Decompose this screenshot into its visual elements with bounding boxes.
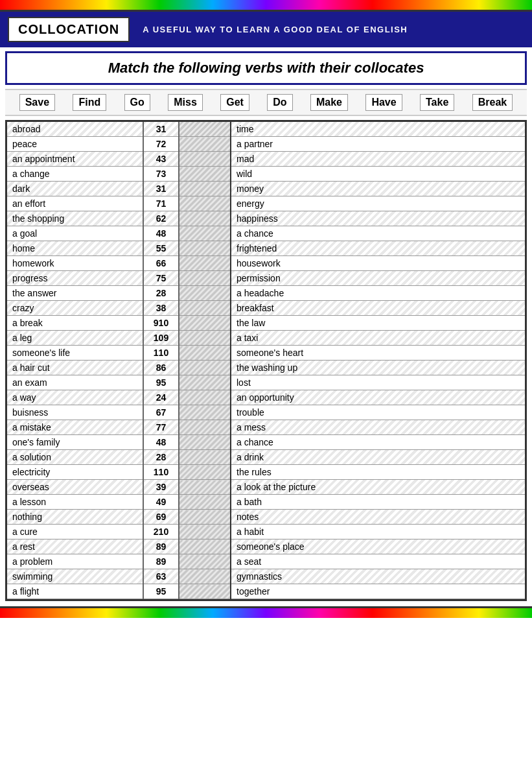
cell-left: home bbox=[7, 241, 143, 256]
cell-left: a goal bbox=[7, 226, 143, 241]
table-row: peace72a partner bbox=[7, 137, 525, 152]
cell-left: a flight bbox=[7, 584, 143, 599]
table-row: a problem89a seat bbox=[7, 554, 525, 569]
table-row: a break910the law bbox=[7, 316, 525, 331]
cell-right: a look at the picture bbox=[231, 480, 525, 495]
cell-number: 210 bbox=[143, 525, 179, 539]
cell-blank bbox=[179, 390, 231, 405]
table-row: buisness67trouble bbox=[7, 405, 525, 420]
instruction-bar: Match the following verbs with their col… bbox=[5, 51, 527, 85]
rainbow-bottom-border bbox=[0, 606, 532, 618]
collocation-title: COLLOCATION bbox=[8, 17, 130, 42]
cell-left: one's family bbox=[7, 435, 143, 450]
cell-blank bbox=[179, 450, 231, 465]
cell-right: energy bbox=[231, 196, 525, 211]
cell-blank bbox=[179, 346, 231, 361]
cell-blank bbox=[179, 301, 231, 316]
cell-left: a leg bbox=[7, 331, 143, 346]
cell-number: 28 bbox=[143, 286, 179, 301]
matching-table: abroad31timepeace72a partneran appointme… bbox=[7, 122, 525, 599]
table-row: homework66housework bbox=[7, 256, 525, 271]
cell-right: time bbox=[231, 122, 525, 137]
verbs-bar: SaveFindGoMissGetDoMakeHaveTakeBreak bbox=[5, 89, 527, 116]
cell-left: an effort bbox=[7, 196, 143, 211]
table-row: electricity110the rules bbox=[7, 465, 525, 480]
cell-number: 95 bbox=[143, 584, 179, 599]
cell-number: 109 bbox=[143, 331, 179, 346]
cell-right: a habit bbox=[231, 525, 525, 539]
table-row: an appointment43mad bbox=[7, 152, 525, 167]
cell-left: a problem bbox=[7, 554, 143, 569]
verb-item: Miss bbox=[168, 94, 203, 111]
cell-right: trouble bbox=[231, 405, 525, 420]
table-row: an exam95lost bbox=[7, 375, 525, 390]
cell-number: 49 bbox=[143, 495, 179, 510]
table-row: a change73wild bbox=[7, 167, 525, 182]
cell-left: a change bbox=[7, 167, 143, 182]
table-row: a flight95together bbox=[7, 584, 525, 599]
cell-blank bbox=[179, 554, 231, 569]
cell-left: a hair cut bbox=[7, 361, 143, 375]
cell-blank bbox=[179, 465, 231, 480]
cell-number: 38 bbox=[143, 301, 179, 316]
cell-right: notes bbox=[231, 510, 525, 525]
cell-number: 43 bbox=[143, 152, 179, 167]
cell-number: 73 bbox=[143, 167, 179, 182]
verb-item: Get bbox=[220, 94, 249, 111]
cell-right: happiness bbox=[231, 211, 525, 226]
cell-right: gymnastics bbox=[231, 569, 525, 584]
cell-left: a rest bbox=[7, 539, 143, 554]
table-row: an effort71energy bbox=[7, 196, 525, 211]
cell-blank bbox=[179, 539, 231, 554]
table-row: a mistake77a mess bbox=[7, 420, 525, 435]
header-bar: COLLOCATION A USEFUL WAY TO LEARN A GOOD… bbox=[0, 12, 532, 47]
cell-blank bbox=[179, 196, 231, 211]
cell-number: 75 bbox=[143, 271, 179, 286]
cell-left: a break bbox=[7, 316, 143, 331]
cell-right: a chance bbox=[231, 435, 525, 450]
verb-item: Break bbox=[472, 94, 513, 111]
cell-number: 71 bbox=[143, 196, 179, 211]
cell-number: 24 bbox=[143, 390, 179, 405]
cell-left: a mistake bbox=[7, 420, 143, 435]
main-table-wrapper: abroad31timepeace72a partneran appointme… bbox=[5, 120, 527, 601]
cell-left: someone's life bbox=[7, 346, 143, 361]
cell-blank bbox=[179, 226, 231, 241]
cell-blank bbox=[179, 211, 231, 226]
verb-item: Save bbox=[19, 94, 55, 111]
table-row: a rest89someone's place bbox=[7, 539, 525, 554]
cell-left: electricity bbox=[7, 465, 143, 480]
cell-right: the law bbox=[231, 316, 525, 331]
cell-left: an appointment bbox=[7, 152, 143, 167]
table-row: one's family48a chance bbox=[7, 435, 525, 450]
cell-right: together bbox=[231, 584, 525, 599]
cell-right: housework bbox=[231, 256, 525, 271]
cell-blank bbox=[179, 122, 231, 137]
table-row: a solution28a drink bbox=[7, 450, 525, 465]
verb-item: Take bbox=[420, 94, 454, 111]
cell-blank bbox=[179, 182, 231, 196]
cell-number: 66 bbox=[143, 256, 179, 271]
cell-number: 910 bbox=[143, 316, 179, 331]
table-row: the answer28a headache bbox=[7, 286, 525, 301]
cell-blank bbox=[179, 375, 231, 390]
cell-right: a mess bbox=[231, 420, 525, 435]
verb-item: Do bbox=[267, 94, 292, 111]
cell-blank bbox=[179, 241, 231, 256]
cell-right: the washing up bbox=[231, 361, 525, 375]
cell-number: 67 bbox=[143, 405, 179, 420]
cell-right: a drink bbox=[231, 450, 525, 465]
cell-number: 39 bbox=[143, 480, 179, 495]
cell-right: a seat bbox=[231, 554, 525, 569]
header-subtitle: A USEFUL WAY TO LEARN A GOOD DEAL OF ENG… bbox=[143, 25, 408, 34]
cell-number: 62 bbox=[143, 211, 179, 226]
cell-blank bbox=[179, 525, 231, 539]
cell-number: 28 bbox=[143, 450, 179, 465]
cell-blank bbox=[179, 137, 231, 152]
table-row: home55frightened bbox=[7, 241, 525, 256]
table-row: someone's life110someone's heart bbox=[7, 346, 525, 361]
cell-left: swimming bbox=[7, 569, 143, 584]
cell-right: a taxi bbox=[231, 331, 525, 346]
table-row: overseas39a look at the picture bbox=[7, 480, 525, 495]
cell-left: homework bbox=[7, 256, 143, 271]
